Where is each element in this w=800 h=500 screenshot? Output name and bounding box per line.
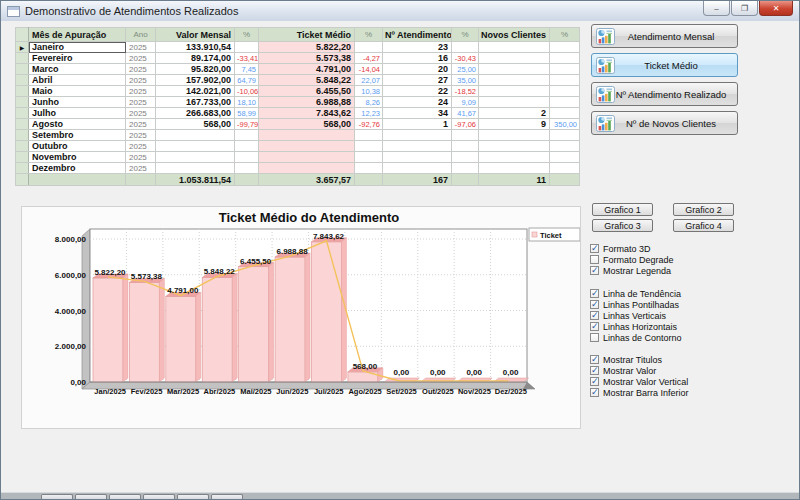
cell-mes[interactable]: Junho — [29, 97, 126, 108]
cell-ticket[interactable]: 6.988,88 — [259, 97, 355, 108]
checkbox-linhas-verticais[interactable]: ✓Linhas Verticais — [590, 310, 790, 321]
checkbox-mostrar-valor-vertical[interactable]: ✓Mostrar Valor Vertical — [590, 376, 790, 387]
cell-atend-pct[interactable]: -30,43 — [452, 53, 479, 64]
cell-ano[interactable]: 2025 — [126, 163, 156, 174]
cell-valor-pct[interactable]: 18,10 — [235, 97, 259, 108]
checkbox-box[interactable]: ✓ — [590, 289, 599, 298]
cell-atend-pct[interactable]: 25,00 — [452, 64, 479, 75]
bottom-toolbar-button[interactable] — [143, 494, 175, 499]
cell-mes[interactable]: Marco — [29, 64, 126, 75]
cell-ticket-pct[interactable] — [355, 152, 383, 163]
cell-novos-pct[interactable] — [550, 86, 580, 97]
cell-ticket-pct[interactable] — [355, 141, 383, 152]
cell-ano[interactable]: 2025 — [126, 86, 156, 97]
checkbox-mostrar-legenda[interactable]: ✓Mostrar Legenda — [590, 265, 790, 276]
checkbox-mostrar-barra-inferior[interactable]: ✓Mostrar Barra Inferior — [590, 387, 790, 398]
row-selector[interactable] — [16, 108, 29, 119]
bottom-toolbar-button[interactable] — [41, 494, 73, 499]
row-selector[interactable]: ▶ — [16, 42, 29, 53]
cell-ano[interactable]: 2025 — [126, 97, 156, 108]
cell-mes[interactable]: Fevereiro — [29, 53, 126, 64]
cell-valor[interactable]: 133.910,54 — [156, 42, 235, 53]
cell-atend-pct[interactable] — [452, 152, 479, 163]
cell-valor[interactable]: 89.174,00 — [156, 53, 235, 64]
cell-ticket-pct[interactable]: -14,04 — [355, 64, 383, 75]
cell-novos-pct[interactable] — [550, 64, 580, 75]
close-button[interactable]: ✕ — [759, 1, 793, 16]
row-selector[interactable] — [16, 53, 29, 64]
cell-ticket-pct[interactable]: 22,07 — [355, 75, 383, 86]
cell-mes[interactable]: Julho — [29, 108, 126, 119]
cell-ano[interactable]: 2025 — [126, 64, 156, 75]
cell-ticket[interactable]: 5.848,22 — [259, 75, 355, 86]
cell-ticket-pct[interactable] — [355, 130, 383, 141]
cell-ano[interactable]: 2025 — [126, 141, 156, 152]
cell-novos-pct[interactable] — [550, 75, 580, 86]
cell-atend[interactable] — [383, 152, 452, 163]
cell-atend[interactable]: 24 — [383, 97, 452, 108]
grafico-button-4[interactable]: Grafico 4 — [673, 219, 734, 232]
cell-atend-pct[interactable]: -18,52 — [452, 86, 479, 97]
maximize-button[interactable]: ❐ — [731, 1, 758, 16]
cell-atend-pct[interactable]: 35,00 — [452, 75, 479, 86]
cell-atend[interactable]: 16 — [383, 53, 452, 64]
checkbox-box[interactable]: ✓ — [590, 377, 599, 386]
cell-mes[interactable]: Abril — [29, 75, 126, 86]
bottom-toolbar-button[interactable] — [177, 494, 209, 499]
checkbox-box[interactable]: ✓ — [590, 266, 599, 275]
cell-ticket[interactable] — [259, 141, 355, 152]
cell-valor[interactable]: 266.683,00 — [156, 108, 235, 119]
cell-valor-pct[interactable] — [235, 163, 259, 174]
cell-valor-pct[interactable] — [235, 130, 259, 141]
checkbox-box[interactable]: ✓ — [590, 322, 599, 331]
cell-ticket-pct[interactable]: 10,38 — [355, 86, 383, 97]
cell-atend-pct[interactable] — [452, 42, 479, 53]
cell-valor[interactable] — [156, 152, 235, 163]
cell-atend[interactable] — [383, 141, 452, 152]
bottom-toolbar-button[interactable] — [109, 494, 141, 499]
cell-novos[interactable]: 2 — [479, 108, 550, 119]
cell-novos[interactable] — [479, 64, 550, 75]
checkbox-linhas-de-contorno[interactable]: Linhas de Contorno — [590, 332, 790, 343]
cell-valor-pct[interactable]: -99,79 — [235, 119, 259, 130]
cell-ticket-pct[interactable]: 8,26 — [355, 97, 383, 108]
nav-button-n-atendimento-realizado[interactable]: Nº Atendimento Realizado — [591, 82, 738, 106]
cell-ticket-pct[interactable]: 12,23 — [355, 108, 383, 119]
checkbox-linhas-pontilhadas[interactable]: ✓Linhas Pontilhadas — [590, 299, 790, 310]
cell-valor-pct[interactable]: 64,79 — [235, 75, 259, 86]
cell-atend[interactable]: 22 — [383, 86, 452, 97]
minimize-button[interactable]: – — [703, 1, 730, 16]
cell-ticket[interactable]: 7.843,62 — [259, 108, 355, 119]
cell-valor-pct[interactable]: -33,41 — [235, 53, 259, 64]
cell-novos-pct[interactable] — [550, 42, 580, 53]
checkbox-box[interactable]: ✓ — [590, 300, 599, 309]
checkbox-box[interactable]: ✓ — [590, 244, 599, 253]
bottom-toolbar-button[interactable] — [75, 494, 107, 499]
cell-valor-pct[interactable] — [235, 152, 259, 163]
cell-novos[interactable] — [479, 163, 550, 174]
cell-valor-pct[interactable]: 7,45 — [235, 64, 259, 75]
nav-button-atendimento-mensal[interactable]: Atendimento Mensal — [591, 24, 738, 48]
row-selector[interactable] — [16, 97, 29, 108]
cell-novos-pct[interactable] — [550, 53, 580, 64]
row-selector[interactable] — [16, 119, 29, 130]
cell-valor[interactable]: 95.820,00 — [156, 64, 235, 75]
cell-atend-pct[interactable]: -97,06 — [452, 119, 479, 130]
cell-valor[interactable] — [156, 163, 235, 174]
cell-atend-pct[interactable]: 41,67 — [452, 108, 479, 119]
cell-novos-pct[interactable] — [550, 141, 580, 152]
cell-atend[interactable]: 23 — [383, 42, 452, 53]
cell-ticket[interactable] — [259, 130, 355, 141]
cell-novos[interactable] — [479, 53, 550, 64]
cell-valor[interactable] — [156, 130, 235, 141]
cell-ticket[interactable] — [259, 163, 355, 174]
grafico-button-2[interactable]: Grafico 2 — [673, 203, 734, 216]
cell-novos-pct[interactable] — [550, 163, 580, 174]
grafico-button-1[interactable]: Grafico 1 — [592, 203, 653, 216]
cell-ano[interactable]: 2025 — [126, 119, 156, 130]
checkbox-formato-degrade[interactable]: Formato Degrade — [590, 254, 790, 265]
cell-ticket[interactable]: 6.455,50 — [259, 86, 355, 97]
cell-atend[interactable] — [383, 130, 452, 141]
cell-ticket[interactable]: 4.791,00 — [259, 64, 355, 75]
cell-ticket-pct[interactable] — [355, 163, 383, 174]
